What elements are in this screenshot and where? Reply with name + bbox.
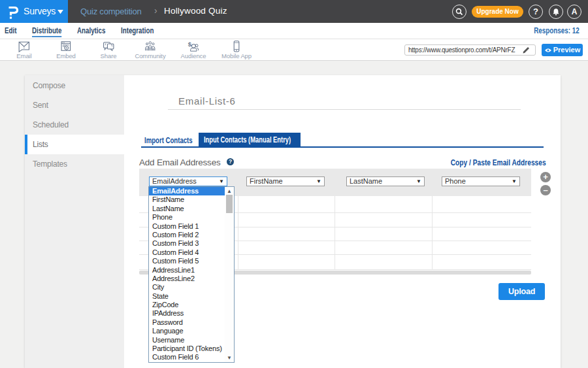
svg-text:$: $ <box>188 41 192 48</box>
